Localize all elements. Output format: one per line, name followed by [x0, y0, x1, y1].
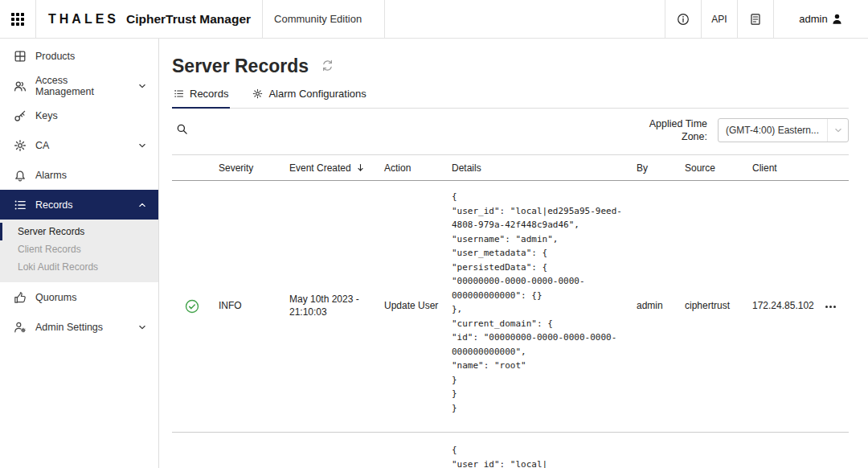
user-menu-button[interactable]: admin — [773, 0, 868, 38]
user-icon — [831, 13, 843, 25]
success-check-icon — [185, 299, 199, 314]
sidebar-item-alarms[interactable]: Alarms — [0, 160, 158, 190]
sidebar-item-label: Keys — [35, 110, 147, 121]
page-title: Server Records — [172, 55, 309, 77]
refresh-button[interactable] — [321, 60, 334, 74]
cell-actions — [812, 302, 849, 312]
table-row[interactable]: INFO May 10th 2023 - 21:10:03 Update Use… — [172, 181, 849, 433]
submenu-item-server-records[interactable]: Server Records — [0, 223, 158, 240]
records-submenu: Server Records Client Records Loki Audit… — [0, 220, 158, 282]
users-icon — [14, 80, 27, 92]
timezone-control: Applied Time Zone: (GMT-4:00) Eastern... — [645, 117, 849, 144]
docs-button[interactable] — [737, 0, 773, 38]
records-table: Severity Event Created Action Details By… — [172, 154, 849, 468]
thumbs-up-icon — [14, 291, 27, 304]
chevron-down-icon — [137, 81, 147, 91]
col-event-created-label: Event Created — [289, 162, 351, 174]
search-icon — [176, 123, 188, 135]
cell-source: ciphertrust — [678, 300, 746, 313]
thales-logo: THALES — [48, 12, 119, 27]
cell-status — [172, 299, 212, 314]
submenu-item-client-records[interactable]: Client Records — [0, 240, 158, 258]
sidebar-item-label: Quorums — [35, 292, 147, 303]
user-gear-icon — [14, 321, 27, 334]
username-label: admin — [799, 13, 827, 25]
col-details: Details — [445, 162, 630, 174]
tab-label: Alarm Configurations — [268, 88, 366, 100]
sort-desc-icon — [355, 162, 366, 173]
chevron-down-icon — [833, 125, 843, 135]
topbar-spacer — [385, 0, 665, 38]
table-header-row: Severity Event Created Action Details By… — [172, 154, 849, 181]
sidebar-item-label: Admin Settings — [35, 322, 129, 333]
tabs: Records Alarm Configurations — [172, 88, 849, 109]
col-by: By — [630, 162, 678, 174]
cell-action: Update User — [378, 300, 445, 313]
tab-records[interactable]: Records — [172, 88, 230, 109]
table-row[interactable]: { "user_id": "local| — [172, 433, 849, 468]
bell-icon — [14, 169, 27, 182]
grid-squares-icon — [14, 50, 27, 63]
timezone-label: Applied Time Zone: — [645, 117, 707, 144]
sidebar-item-products[interactable]: Products — [0, 41, 158, 71]
col-action: Action — [378, 162, 445, 174]
product-name: CipherTrust Manager — [126, 12, 251, 27]
cell-by: admin — [630, 300, 678, 313]
cell-event-created: May 10th 2023 - 21:10:03 — [283, 294, 378, 318]
topbar: THALES CipherTrust Manager Community Edi… — [0, 0, 868, 39]
sidebar-item-records[interactable]: Records — [0, 190, 158, 220]
title-row: Server Records — [172, 55, 849, 77]
ciphertrust-manager-app: THALES CipherTrust Manager Community Edi… — [0, 0, 868, 468]
cell-details: { "user_id": "local|ed295a95-9eed- 4808-… — [445, 181, 630, 432]
search-button[interactable] — [172, 123, 188, 138]
submenu-item-loki-audit-records[interactable]: Loki Audit Records — [0, 258, 158, 276]
sidebar: Products Access Management Keys CA Alarm… — [0, 39, 159, 468]
cell-client: 172.24.85.102 — [746, 300, 812, 313]
tab-label: Records — [190, 88, 228, 100]
refresh-icon — [321, 60, 334, 72]
sidebar-item-ca[interactable]: CA — [0, 130, 158, 160]
select-caret — [827, 119, 848, 142]
info-button[interactable] — [665, 0, 701, 38]
key-icon — [14, 109, 27, 122]
brand: THALES CipherTrust Manager — [36, 0, 251, 38]
timezone-selected-value: (GMT-4:00) Eastern... — [719, 125, 827, 136]
col-event-created[interactable]: Event Created — [283, 162, 378, 174]
main-content: Server Records Records Alarm Configurati… — [159, 39, 868, 468]
list-icon — [14, 199, 27, 211]
row-menu-button[interactable] — [821, 302, 840, 312]
sidebar-item-quorums[interactable]: Quorums — [0, 282, 158, 312]
api-button[interactable]: API — [701, 0, 737, 38]
sidebar-item-label: Products — [35, 51, 147, 62]
col-client: Client — [746, 162, 812, 174]
cell-severity: INFO — [212, 300, 283, 313]
app-launcher-button[interactable] — [0, 0, 36, 38]
chevron-up-icon — [137, 200, 147, 210]
list-icon — [174, 88, 184, 99]
toolbar: Applied Time Zone: (GMT-4:00) Eastern... — [172, 113, 849, 147]
gear-icon — [252, 88, 263, 99]
col-source: Source — [678, 162, 746, 174]
col-severity: Severity — [212, 162, 283, 174]
sidebar-item-label: Records — [35, 199, 129, 211]
sidebar-item-access-management[interactable]: Access Management — [0, 71, 158, 101]
document-icon — [749, 13, 762, 26]
gear-icon — [14, 139, 27, 152]
cell-details: { "user_id": "local| — [445, 433, 630, 468]
apps-grid-icon — [10, 12, 25, 27]
sidebar-item-label: Access Management — [35, 75, 129, 97]
tab-alarm-configurations[interactable]: Alarm Configurations — [251, 88, 367, 109]
timezone-select[interactable]: (GMT-4:00) Eastern... — [718, 118, 849, 142]
sidebar-item-admin-settings[interactable]: Admin Settings — [0, 312, 158, 342]
sidebar-item-keys[interactable]: Keys — [0, 101, 158, 130]
chevron-down-icon — [137, 322, 147, 332]
chevron-down-icon — [137, 141, 147, 150]
info-icon — [677, 13, 690, 26]
edition-label: Community Edition — [263, 0, 373, 38]
sidebar-item-label: CA — [35, 140, 129, 151]
sidebar-item-label: Alarms — [35, 170, 147, 181]
